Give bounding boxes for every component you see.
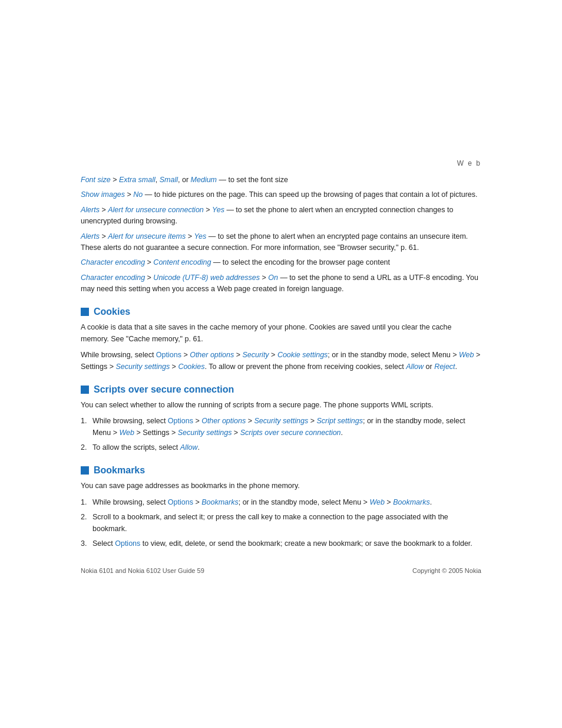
page: W e b Font size > Extra small, Small, or… [0, 0, 562, 728]
list-item: 1.While browsing, select Options > Other… [81, 416, 481, 439]
intro-line: Font size > Extra small, Small, or Mediu… [81, 174, 481, 186]
intro-line: Alerts > Alert for unsecure items > Yes … [81, 231, 481, 254]
inline-link[interactable]: Medium [191, 176, 217, 184]
inline-link[interactable]: Allow [406, 363, 424, 371]
section-title-bookmarks: Bookmarks [94, 465, 145, 476]
section-icon-bookmarks [81, 466, 89, 475]
intro-lines: Font size > Extra small, Small, or Mediu… [81, 174, 481, 295]
list-num: 1. [81, 416, 92, 427]
inline-link[interactable]: Yes [194, 232, 206, 241]
inline-link[interactable]: Alert for unsecure connection [108, 206, 204, 214]
list-text: While browsing, select Options > Bookmar… [92, 497, 481, 508]
inline-link[interactable]: Alert for unsecure items [108, 232, 186, 241]
header-label: W e b [457, 159, 481, 167]
inline-link[interactable]: Web [120, 429, 134, 437]
section-para: A cookie is data that a site saves in th… [81, 322, 481, 345]
inline-link[interactable]: Web [459, 351, 474, 359]
page-header: W e b [81, 159, 481, 167]
section-title-scripts: Scripts over secure connection [94, 384, 234, 395]
inline-link[interactable]: Other options [190, 351, 234, 359]
list-num: 1. [81, 497, 92, 508]
inline-link[interactable]: Show images [81, 190, 125, 199]
list-item: 2.Scroll to a bookmark, and select it; o… [81, 512, 481, 535]
sections-container: CookiesA cookie is data that a site save… [81, 307, 481, 549]
footer: Nokia 6101 and Nokia 6102 User Guide 59 … [81, 567, 481, 574]
inline-link[interactable]: Security [242, 351, 269, 359]
section-icon-scripts [81, 386, 89, 394]
inline-link[interactable]: Unicode (UTF-8) web addresses [153, 274, 260, 282]
inline-link[interactable]: Other options [201, 417, 246, 425]
inline-link[interactable]: Character encoding [81, 258, 145, 266]
inline-link[interactable]: Cookie settings [277, 351, 328, 359]
inline-link[interactable]: Character encoding [81, 274, 145, 282]
section-inline-para: While browsing, select Options > Other o… [81, 350, 481, 373]
inline-link[interactable]: Reject [434, 363, 455, 371]
list-num: 2. [81, 512, 92, 523]
inline-link[interactable]: Options [156, 351, 181, 359]
inline-link[interactable]: Script settings [316, 417, 363, 425]
inline-link[interactable]: Extra small [119, 176, 156, 184]
intro-line: Show images > No — to hide pictures on t… [81, 189, 481, 200]
list-text: Select Options to view, edit, delete, or… [92, 538, 481, 549]
section-para: You can save page addresses as bookmarks… [81, 480, 481, 492]
inline-link[interactable]: Font size [81, 176, 111, 184]
list-item: 2.To allow the scripts, select Allow. [81, 442, 481, 453]
inline-link[interactable]: Web [369, 498, 384, 506]
inline-link[interactable]: Cookies [178, 363, 204, 371]
section-heading-bookmarks: Bookmarks [81, 465, 481, 476]
list-text: While browsing, select Options > Other o… [92, 416, 481, 439]
footer-right: Copyright © 2005 Nokia [412, 567, 481, 574]
list-num: 3. [81, 538, 92, 549]
inline-link[interactable]: Options [115, 539, 140, 548]
list-item: 3.Select Options to view, edit, delete, … [81, 538, 481, 549]
inline-link[interactable]: Content encoding [153, 258, 211, 266]
inline-link[interactable]: Security settings [178, 429, 232, 437]
inline-link[interactable]: Alerts [81, 232, 100, 241]
inline-link[interactable]: Bookmarks [393, 498, 430, 506]
list-num: 2. [81, 442, 92, 453]
section-icon-cookies [81, 308, 89, 316]
intro-line: Character encoding > Content encoding — … [81, 257, 481, 268]
section-heading-cookies: Cookies [81, 307, 481, 317]
inline-link[interactable]: Allow [180, 443, 198, 452]
inline-link[interactable]: Small [160, 176, 178, 184]
intro-line: Character encoding > Unicode (UTF-8) web… [81, 272, 481, 295]
list-item: 1.While browsing, select Options > Bookm… [81, 497, 481, 508]
inline-link[interactable]: On [268, 274, 278, 282]
inline-link[interactable]: Scripts over secure connection [240, 429, 341, 437]
section-para: You can select whether to allow the runn… [81, 400, 481, 411]
content-area: W e b Font size > Extra small, Small, or… [81, 0, 481, 610]
inline-link[interactable]: Yes [212, 206, 224, 214]
list-text: To allow the scripts, select Allow. [92, 442, 481, 453]
list-text: Scroll to a bookmark, and select it; or … [92, 512, 481, 535]
intro-line: Alerts > Alert for unsecure connection >… [81, 205, 481, 228]
inline-link[interactable]: Options [168, 417, 193, 425]
inline-link[interactable]: Security settings [254, 417, 308, 425]
inline-link[interactable]: No [133, 190, 143, 199]
section-heading-scripts: Scripts over secure connection [81, 384, 481, 395]
inline-link[interactable]: Alerts [81, 206, 100, 214]
inline-link[interactable]: Security settings [115, 363, 170, 371]
inline-link[interactable]: Options [168, 498, 193, 506]
inline-link[interactable]: Bookmarks [201, 498, 239, 506]
section-title-cookies: Cookies [94, 307, 130, 317]
footer-left: Nokia 6101 and Nokia 6102 User Guide 59 [81, 567, 204, 574]
